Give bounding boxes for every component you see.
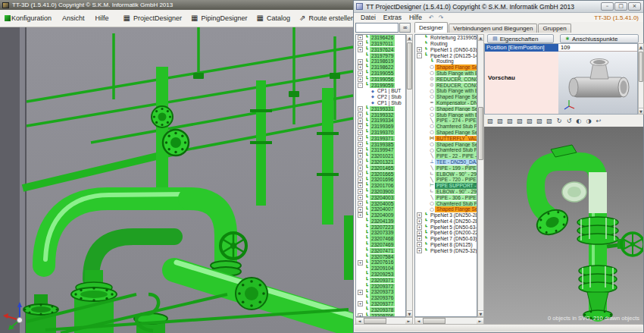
- expander[interactable]: [423, 142, 428, 147]
- scroll-thumb[interactable]: [407, 42, 412, 90]
- expander[interactable]: [423, 118, 428, 124]
- tab-eigenschaften[interactable]: ▤ Eigenschaften: [487, 34, 554, 43]
- expander[interactable]: [423, 94, 428, 99]
- tree-item[interactable]: PIPE - 720 - PIPE - DN280: [415, 177, 477, 183]
- expander[interactable]: +: [358, 136, 363, 141]
- tree-item[interactable]: Chamfered Stub Flange - D: [415, 200, 477, 206]
- expander[interactable]: [423, 112, 428, 118]
- view-button[interactable]: ▧: [535, 117, 544, 125]
- tree-item[interactable]: REDUCER, CONCENTRIC: [415, 82, 477, 88]
- tree-item[interactable]: ELBOW - 90° - 290 - ELBO: [415, 189, 477, 195]
- expander[interactable]: [423, 130, 428, 135]
- scroll-thumb[interactable]: [478, 107, 483, 160]
- tree-item[interactable]: + PipeNet 1 (DN50-63): [415, 47, 477, 53]
- list-item[interactable]: + 23199385: [356, 141, 405, 147]
- list-item[interactable]: + 23199332: [356, 112, 405, 118]
- scroll-thumb[interactable]: [364, 318, 386, 324]
- tree-item[interactable]: + PipeNet 5 (DN50-63-125): [415, 225, 477, 231]
- tree-item[interactable]: Shaped Flange Sealing - D: [415, 106, 477, 112]
- tree-item[interactable]: Kompensator - DN250 - DI: [415, 100, 477, 106]
- expander[interactable]: -: [358, 83, 363, 88]
- property-name-cell[interactable]: Position [ElemPosition]: [485, 44, 558, 52]
- toolbar-button[interactable]: ▦ PipingDesigner: [186, 10, 252, 27]
- expander[interactable]: +: [358, 177, 363, 183]
- view-button[interactable]: ◑: [584, 117, 593, 125]
- tree-item[interactable]: - PipeNet 2 (DN125-140-250-280): [415, 52, 477, 58]
- expander[interactable]: +: [358, 290, 363, 295]
- list-item[interactable]: + 23201465: [356, 165, 405, 171]
- scroll-down-arrow[interactable]: ▼: [639, 108, 643, 114]
- list-item[interactable]: 23209378: [356, 307, 405, 313]
- preview-3d-viewport[interactable]: 0 objects in SVG, 210 drawn objects: [484, 127, 643, 325]
- expander[interactable]: [358, 284, 363, 289]
- expander[interactable]: [423, 89, 428, 94]
- designer-tree[interactable]: Rohrleitung 23199059 Routing + PipeNet 1…: [414, 34, 477, 317]
- list-item[interactable]: CP1 | BUT: [356, 88, 405, 94]
- list-item[interactable]: + 23209377: [356, 301, 405, 307]
- expander[interactable]: [417, 41, 422, 46]
- list-item[interactable]: + 23196426: [356, 35, 405, 41]
- view-button[interactable]: ◐: [574, 117, 583, 125]
- list-item[interactable]: CP1 | Stub: [356, 100, 405, 106]
- list-item[interactable]: + 23197011: [356, 41, 405, 47]
- scroll-left-arrow[interactable]: ◄: [415, 318, 422, 324]
- view-button[interactable]: ▧: [505, 117, 514, 125]
- list-item[interactable]: + 23201665: [356, 171, 405, 177]
- tree-item[interactable]: Chamfered Stub Flange - D: [415, 147, 477, 153]
- list-item[interactable]: + 23201696: [356, 177, 405, 183]
- tree-item[interactable]: + PipeNet 3 (DN250-280): [415, 212, 477, 218]
- scroll-right-arrow[interactable]: ►: [477, 318, 483, 324]
- expander[interactable]: [423, 71, 428, 76]
- view-button[interactable]: ▧: [545, 117, 554, 125]
- expander[interactable]: +: [358, 118, 363, 124]
- tab[interactable]: Verbindungen und Biegungen: [449, 24, 537, 33]
- list-item[interactable]: + 23199334: [356, 118, 405, 124]
- list-item[interactable]: + 23204005: [356, 200, 405, 206]
- expander[interactable]: [423, 83, 428, 88]
- tree-item[interactable]: + PipeNet 6 (DN200-225): [415, 230, 477, 236]
- list-item[interactable]: + 23209373: [356, 289, 405, 295]
- scroll-down-arrow[interactable]: ▼: [478, 310, 483, 316]
- list-item[interactable]: + 23199370: [356, 130, 405, 136]
- expander[interactable]: +: [358, 207, 363, 212]
- expander[interactable]: [423, 136, 428, 141]
- tree-item[interactable]: Routing: [415, 58, 477, 64]
- list-item[interactable]: + 23199369: [356, 124, 405, 130]
- expander[interactable]: [423, 189, 428, 194]
- expander[interactable]: +: [417, 47, 422, 52]
- expander[interactable]: +: [358, 171, 363, 177]
- expander[interactable]: +: [417, 212, 422, 218]
- redo-icon[interactable]: ↷: [437, 14, 445, 21]
- menu-item[interactable]: Hilfe: [90, 10, 114, 27]
- tree-item[interactable]: PIPE - 22 - PIPE - DN280 -: [415, 153, 477, 159]
- pipe-id-list[interactable]: + 23196426 + 23197011 + 23197624 2319797…: [355, 34, 406, 317]
- list-item[interactable]: + 23204009: [356, 212, 405, 218]
- scroll-left-arrow[interactable]: ◄: [356, 318, 363, 324]
- expander[interactable]: [358, 53, 363, 58]
- tree-item[interactable]: Shaped Flange Sealing - D: [415, 94, 477, 100]
- expander[interactable]: [423, 77, 428, 82]
- 3d-viewport[interactable]: [0, 27, 353, 333]
- expander[interactable]: +: [417, 248, 422, 253]
- list-item[interactable]: 23209104: [356, 265, 405, 272]
- scroll-up-arrow[interactable]: ▲: [639, 44, 643, 50]
- expander[interactable]: [417, 35, 422, 40]
- tab[interactable]: Designer: [414, 22, 448, 33]
- list-item[interactable]: + 23197624: [356, 47, 405, 53]
- undo-icon[interactable]: ↶: [427, 14, 436, 21]
- expander[interactable]: +: [358, 183, 363, 188]
- expander[interactable]: +: [358, 41, 363, 46]
- tree-item[interactable]: Shaped Flange Sealing -: [415, 206, 477, 212]
- expander[interactable]: +: [358, 165, 363, 171]
- list-item[interactable]: 23209376: [356, 295, 405, 301]
- list-item[interactable]: + 23199331: [356, 106, 405, 112]
- list-item[interactable]: CP2 | Stub: [356, 94, 405, 100]
- list-item[interactable]: + 23199056: [356, 77, 405, 83]
- list-item[interactable]: 23207339: [356, 230, 405, 236]
- list-item[interactable]: + 23207616: [356, 259, 405, 265]
- list-item[interactable]: + 23204007: [356, 206, 405, 212]
- view-button[interactable]: ▧: [496, 117, 505, 125]
- list-item[interactable]: + 23199371: [356, 136, 405, 142]
- view-button[interactable]: ▧: [486, 117, 495, 125]
- tree-item[interactable]: + PipeNet 4 (DN250-280): [415, 218, 477, 225]
